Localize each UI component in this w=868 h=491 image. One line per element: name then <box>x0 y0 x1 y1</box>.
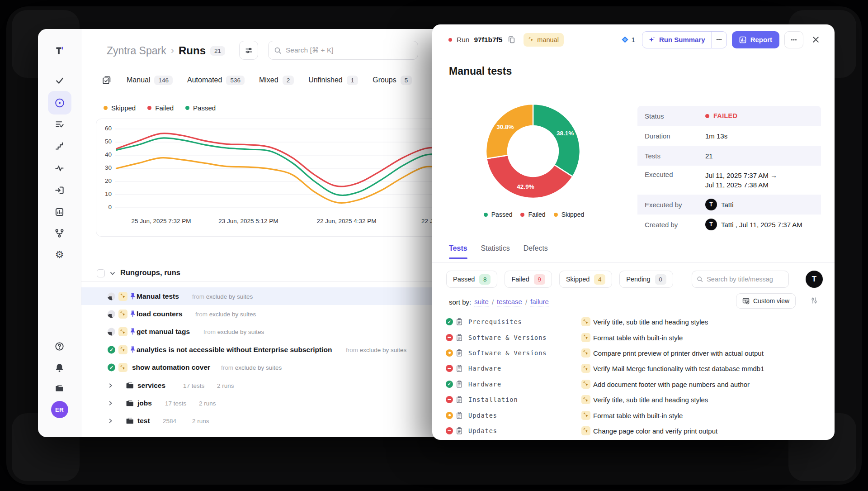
manual-test-icon <box>581 395 590 404</box>
chevron-right-icon[interactable] <box>108 418 113 424</box>
filter-pending[interactable]: Pending0 <box>619 271 673 288</box>
legend-passed: Passed <box>484 211 513 218</box>
detail-tabs: Tests Statistics Defects <box>449 244 548 259</box>
ellipsis-icon <box>716 36 722 43</box>
view-settings-icon[interactable] <box>810 296 818 305</box>
sidebar-item-runs[interactable] <box>55 98 65 108</box>
test-row[interactable]: ✓PrerequisitesVerify title, sub title an… <box>432 314 835 329</box>
copy-icon[interactable] <box>508 36 515 43</box>
tab-groups[interactable]: Groups5 <box>373 76 412 85</box>
folder-title[interactable]: test <box>137 417 150 425</box>
tab-defects[interactable]: Defects <box>524 244 548 259</box>
search-input[interactable] <box>286 46 412 54</box>
test-row[interactable]: UpdatesChange page color and verify prin… <box>432 423 835 439</box>
close-panel-button[interactable] <box>810 34 821 45</box>
tab-automated[interactable]: Automated536 <box>187 76 245 85</box>
folder-icon <box>126 399 134 407</box>
sidebar-item-branches[interactable] <box>55 228 65 238</box>
run-title[interactable]: Manual tests <box>137 292 179 300</box>
manual-cursor-icon <box>528 37 534 43</box>
sidebar-item-import[interactable] <box>55 185 65 195</box>
sidebar-item-analytics[interactable] <box>55 207 65 217</box>
run-status-running-icon <box>108 328 115 336</box>
run-source: from exclude by suites <box>192 293 253 300</box>
diamond-icon <box>621 36 629 43</box>
sidebar-item-help[interactable] <box>55 341 65 351</box>
folder-title[interactable]: jobs <box>137 399 152 407</box>
chart-y-axis: 6050403020100 <box>96 119 112 236</box>
y-axis-tick: 20 <box>96 177 112 184</box>
test-row[interactable]: UpdatesFormat table with built-in style <box>432 407 835 423</box>
test-row[interactable]: InstallationVerify title, sub title and … <box>432 392 835 407</box>
run-title[interactable]: get manual tags <box>137 328 190 336</box>
more-actions-button[interactable] <box>784 31 803 48</box>
run-source: from exclude by suites <box>203 329 264 335</box>
sidebar-item-test-plans[interactable] <box>55 119 65 129</box>
global-search[interactable] <box>268 41 418 60</box>
sidebar-item-settings[interactable]: ⚙ <box>55 250 65 260</box>
chevron-right-icon[interactable] <box>108 400 113 406</box>
run-title[interactable]: show automation cover <box>132 363 210 372</box>
info-row-tests: Tests 21 <box>637 146 821 166</box>
test-row[interactable]: Software & VersionsFormat table with bui… <box>432 329 835 345</box>
svg-text:38.1%: 38.1% <box>557 130 574 137</box>
folder-tests-count: 17 tests <box>165 400 186 406</box>
breadcrumb-project[interactable]: Zyntra Spark <box>107 45 166 57</box>
tab-tests[interactable]: Tests <box>449 244 467 259</box>
sort-by-suite[interactable]: suite <box>474 298 489 306</box>
brand-avatar[interactable]: T <box>805 270 824 289</box>
tab-statistics[interactable]: Statistics <box>481 244 510 259</box>
failed-dot-icon <box>705 114 709 118</box>
legend-failed[interactable]: Failed <box>147 104 174 112</box>
manual-test-icon <box>581 348 590 358</box>
tab-mixed[interactable]: Mixed2 <box>259 76 294 85</box>
legend-skipped[interactable]: Skipped <box>104 104 136 112</box>
report-chart-icon <box>739 36 746 43</box>
test-failed-icon <box>446 334 453 341</box>
sidebar-item-tests[interactable] <box>55 76 65 86</box>
sort-by-testcase[interactable]: testcase <box>497 298 522 306</box>
info-row-duration: Duration 1m 13s <box>637 126 821 146</box>
tests-search[interactable] <box>692 271 789 288</box>
clipboard-icon <box>456 396 463 404</box>
failed-dot-icon <box>448 38 452 42</box>
pin-icon <box>130 328 136 335</box>
sidebar-item-activity[interactable] <box>55 163 65 173</box>
report-button[interactable]: Report <box>732 31 779 48</box>
tab-count-badge: 5 <box>401 76 412 85</box>
run-title[interactable]: load counters <box>137 310 183 318</box>
run-source: from exclude by suites <box>195 310 256 317</box>
test-row[interactable]: HardwareVerify Mail Merge functionality … <box>432 361 835 376</box>
jira-link[interactable]: 1 <box>621 36 635 43</box>
test-failed-icon <box>446 365 453 372</box>
select-all-checkbox[interactable] <box>97 269 105 277</box>
sort-by-failure[interactable]: failure <box>530 298 549 306</box>
run-title[interactable]: analytics is not accessible without Ente… <box>137 346 332 354</box>
info-row-status: Status FAILED <box>637 106 821 126</box>
multi-select-icon[interactable] <box>102 76 111 85</box>
count-badge: 0 <box>655 274 666 285</box>
test-row[interactable]: Software & VersionsCompare print preview… <box>432 345 835 361</box>
custom-view-button[interactable]: Custom view <box>736 293 796 309</box>
test-row[interactable]: ✓HardwareAdd document footer with page n… <box>432 377 835 392</box>
chevron-down-icon[interactable] <box>109 270 116 276</box>
sidebar-item-steps[interactable] <box>55 141 65 151</box>
filter-failed[interactable]: Failed9 <box>505 271 552 288</box>
tab-unfinished[interactable]: Unfinished1 <box>308 76 358 85</box>
chevron-right-icon[interactable] <box>108 382 113 388</box>
legend-passed[interactable]: Passed <box>185 104 216 112</box>
run-summary-button[interactable]: Run Summary <box>642 32 711 48</box>
filter-icon <box>244 46 254 55</box>
filter-button[interactable] <box>239 41 258 60</box>
folder-title[interactable]: services <box>137 381 165 390</box>
user-avatar[interactable]: ER <box>51 401 68 418</box>
run-summary-more-button[interactable] <box>711 32 726 48</box>
manual-test-icon <box>581 364 590 373</box>
tab-count-badge: 2 <box>283 76 294 85</box>
sidebar-item-notifications[interactable] <box>55 362 65 372</box>
tests-search-input[interactable] <box>707 276 784 283</box>
sidebar-item-projects[interactable] <box>55 383 65 393</box>
filter-skipped[interactable]: Skipped4 <box>559 271 612 288</box>
filter-passed[interactable]: Passed8 <box>446 271 497 288</box>
tab-manual[interactable]: Manual146 <box>127 76 173 85</box>
